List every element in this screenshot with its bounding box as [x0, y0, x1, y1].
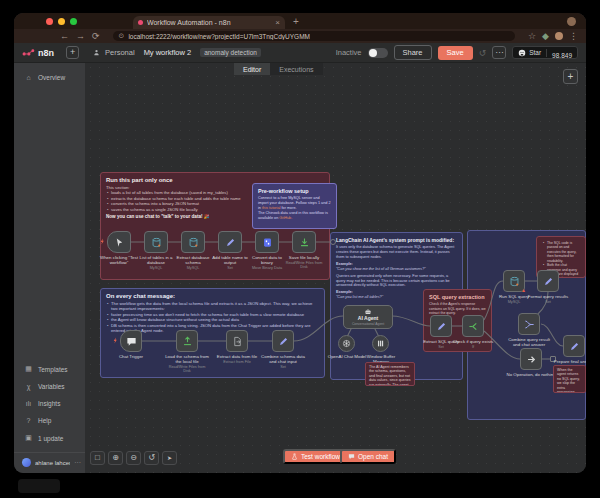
pencil-icon: [225, 237, 236, 248]
node-convert-binary[interactable]: [255, 231, 279, 253]
sidebar-bottom: ▦ Templates χ Variables ılı Insights ? H…: [14, 360, 85, 447]
node-save-file[interactable]: [292, 231, 316, 253]
node-extract-data[interactable]: [226, 330, 248, 352]
sidebar-item-insights[interactable]: ılı Insights: [14, 395, 85, 412]
node-no-operation[interactable]: [520, 348, 542, 370]
tab-executions[interactable]: Executions: [270, 63, 322, 75]
breadcrumb-project[interactable]: Personal: [105, 48, 135, 57]
sticky-noop-note[interactable]: When the agent returns no SQL query, we …: [553, 365, 586, 393]
sidebar-item-help[interactable]: ? Help: [14, 412, 85, 429]
node-combine-schema[interactable]: [272, 330, 294, 352]
sidebar-item-templates[interactable]: ▦ Templates: [14, 360, 85, 378]
share-button[interactable]: Share: [394, 45, 432, 60]
memory-icon: [376, 339, 385, 348]
sidebar-item-overview[interactable]: ⌂ Overview: [14, 69, 85, 86]
tab-favicon: [138, 20, 143, 25]
tab-close-icon[interactable]: ×: [275, 19, 280, 27]
traffic-lights[interactable]: [46, 18, 77, 25]
pointer-mode-button[interactable]: ➤: [162, 451, 177, 465]
github-star-widget[interactable]: Star 98,849: [512, 46, 578, 59]
node-openai-model[interactable]: [338, 335, 355, 352]
test-workflow-button[interactable]: Test workflow: [283, 449, 348, 464]
bookmark-star-icon[interactable]: ☆: [528, 32, 536, 41]
node-prepare-answer[interactable]: [563, 335, 585, 357]
browser-menu-icon[interactable]: ⋮: [569, 32, 578, 41]
templates-icon: ▦: [24, 365, 33, 373]
back-icon[interactable]: ←: [60, 32, 69, 41]
node-extract-sql[interactable]: [430, 315, 452, 337]
workflow-tag[interactable]: anomaly detection: [200, 48, 261, 57]
url-text[interactable]: localhost:2222/workflow/new?projectId=U7…: [128, 33, 310, 40]
workflow-name[interactable]: My workflow 2: [144, 48, 192, 57]
node-chat-trigger[interactable]: [120, 330, 142, 352]
github-star-button[interactable]: Star: [513, 49, 547, 57]
node-run-sql[interactable]: ▲: [503, 270, 525, 292]
node-check-query[interactable]: [462, 315, 484, 337]
add-node-button[interactable]: +: [563, 69, 578, 84]
save-button[interactable]: Save: [438, 46, 473, 60]
warning-icon: ▲: [521, 288, 526, 293]
home-icon: ⌂: [24, 74, 33, 81]
node-label: When clicking "Test workflow": [100, 255, 138, 266]
node-format-results[interactable]: [537, 270, 559, 292]
reload-icon[interactable]: ⟳: [92, 32, 100, 41]
sidebar-item-variables[interactable]: χ Variables: [14, 378, 85, 395]
panel-toggle-button[interactable]: +: [66, 46, 79, 59]
node-load-schema[interactable]: [176, 330, 198, 352]
address-bar[interactable]: ⊙ localhost:2222/workflow/new?projectId=…: [113, 31, 515, 41]
browser-toolbar: ← → ⟳ ⊙ localhost:2222/workflow/new?proj…: [14, 29, 586, 43]
new-tab-button[interactable]: +: [293, 16, 299, 27]
tab-title: Workflow Automation - n8n: [147, 19, 271, 26]
node-window-memory[interactable]: [372, 335, 389, 352]
zoom-in-button[interactable]: ⊕: [108, 451, 123, 465]
flask-icon: [291, 453, 298, 460]
n8n-logo[interactable]: n8n: [22, 48, 54, 58]
github-star-count[interactable]: 98,849: [547, 46, 577, 59]
extension-shield-icon[interactable]: ◆: [542, 32, 549, 41]
binary-file-icon: [262, 237, 273, 248]
user-menu-icon[interactable]: ⋯: [74, 459, 81, 467]
open-chat-button[interactable]: Open chat: [340, 449, 396, 464]
node-extract-schema[interactable]: [181, 231, 205, 253]
tab-editor[interactable]: Editor: [234, 63, 270, 75]
close-window-button[interactable]: [46, 18, 53, 25]
database-icon: [151, 237, 162, 248]
node-manual-trigger[interactable]: [107, 231, 131, 253]
sidebar: ⌂ Overview ▦ Templates χ Variables ılı I…: [14, 63, 86, 473]
more-menu-button[interactable]: ⋯: [492, 46, 506, 59]
node-label: Chat Trigger: [109, 354, 153, 360]
openai-icon: [342, 339, 351, 348]
node-list-tables[interactable]: [144, 231, 168, 253]
site-info-icon[interactable]: ⊙: [119, 32, 125, 40]
node-label: No Operation, do nothing: [501, 372, 561, 377]
history-icon[interactable]: ↺: [479, 48, 487, 58]
node-label: Extract data from fileExtract from File: [215, 354, 259, 364]
forward-icon[interactable]: →: [76, 32, 85, 41]
save-file-icon: [299, 237, 310, 248]
minimize-window-button[interactable]: [58, 18, 65, 25]
person-icon: [93, 49, 100, 56]
sticky-memory-note[interactable]: The AI Agent remembers the schema, quest…: [365, 362, 415, 386]
header-actions: Inactive Share Save ↺ ⋯ Star 98,849: [336, 45, 578, 60]
active-toggle[interactable]: [368, 48, 388, 58]
wire-endpoint[interactable]: [330, 239, 336, 245]
zoom-window-button[interactable]: [70, 18, 77, 25]
n8n-logo-icon: [22, 48, 35, 57]
node-combine-result[interactable]: [518, 313, 540, 335]
browser-avatar[interactable]: [555, 32, 563, 40]
sidebar-item-updates[interactable]: ▣ 1 update: [14, 429, 85, 447]
node-ai-agent[interactable]: AI Agent Conversational Agent: [343, 305, 393, 329]
browser-tab[interactable]: Workflow Automation - n8n ×: [133, 16, 285, 29]
pencil-icon: [543, 276, 554, 287]
arrow-right-icon: [526, 354, 537, 365]
gift-icon: ▣: [24, 434, 33, 442]
node-add-table-name[interactable]: [218, 231, 242, 253]
reset-zoom-button[interactable]: ↺: [144, 451, 159, 465]
avatar: [22, 458, 31, 467]
database-icon: [509, 276, 520, 287]
sidebar-user[interactable]: ahlane lahcen ⋯: [14, 452, 85, 469]
zoom-to-fit-button[interactable]: □: [90, 451, 105, 465]
zoom-out-button[interactable]: ⊖: [126, 451, 141, 465]
browser-profile-icon[interactable]: [567, 17, 576, 26]
workflow-canvas[interactable]: Editor Executions + Run this part only o…: [86, 63, 586, 473]
